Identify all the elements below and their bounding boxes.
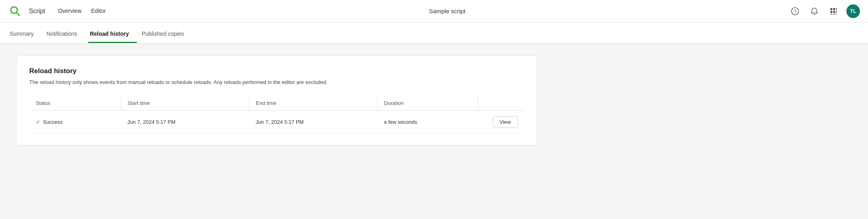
header-right: ? TL [789, 4, 860, 18]
tab-summary[interactable]: Summary [8, 31, 42, 43]
svg-rect-8 [830, 11, 832, 13]
svg-text:?: ? [794, 9, 797, 14]
card-title: Reload history [29, 67, 524, 75]
start-time-cell: Jun 7, 2024 5:17 PM [121, 110, 249, 133]
tab-reload-history[interactable]: Reload history [88, 31, 137, 43]
card-subtitle: The reload history only shows events fro… [29, 78, 524, 86]
main-content: Reload history The reload history only s… [0, 43, 868, 158]
svg-rect-10 [836, 11, 837, 13]
history-table: Status Start time End time Duration ✓ Su… [29, 96, 524, 134]
svg-rect-9 [833, 11, 835, 13]
success-check-icon: ✓ [36, 119, 40, 125]
main-header: Script Overview Editor Sample script ? [0, 0, 868, 23]
help-icon[interactable]: ? [789, 5, 801, 18]
svg-rect-11 [830, 14, 832, 14]
nav-editor[interactable]: Editor [91, 8, 106, 15]
script-label: Script [29, 8, 45, 15]
reload-history-card: Reload history The reload history only s… [16, 55, 537, 145]
svg-rect-12 [833, 14, 835, 14]
page-title: Sample script [106, 8, 789, 14]
view-button[interactable]: View [493, 116, 518, 128]
tab-notifications[interactable]: Notifications [45, 31, 85, 43]
tabs-bar: Summary Notifications Reload history Pub… [0, 23, 868, 43]
col-header-start-time: Start time [121, 96, 249, 111]
svg-rect-13 [836, 14, 837, 14]
col-header-status: Status [29, 96, 121, 111]
svg-point-0 [8, 4, 22, 18]
status-cell: ✓ Success [29, 110, 121, 133]
nav-links: Overview Editor [58, 8, 106, 15]
grid-icon[interactable] [827, 5, 840, 18]
status-value: Success [43, 119, 63, 125]
avatar[interactable]: TL [846, 4, 860, 18]
duration-cell: a few seconds [377, 110, 478, 133]
col-header-action [478, 96, 524, 111]
header-left: Script Overview Editor [8, 4, 106, 18]
svg-rect-6 [833, 8, 835, 10]
nav-overview[interactable]: Overview [58, 8, 81, 15]
table-header-row: Status Start time End time Duration [29, 96, 524, 111]
col-header-end-time: End time [249, 96, 377, 111]
qlik-logo[interactable] [8, 4, 22, 18]
end-time-cell: Jun 7, 2024 5:17 PM [249, 110, 377, 133]
tab-published-copies[interactable]: Published copies [140, 31, 192, 43]
action-cell: View [478, 110, 524, 133]
notifications-bell-icon[interactable] [808, 5, 821, 18]
svg-rect-5 [830, 8, 832, 10]
svg-rect-7 [836, 8, 837, 10]
table-row: ✓ Success Jun 7, 2024 5:17 PM Jun 7, 202… [29, 110, 524, 133]
col-header-duration: Duration [377, 96, 478, 111]
